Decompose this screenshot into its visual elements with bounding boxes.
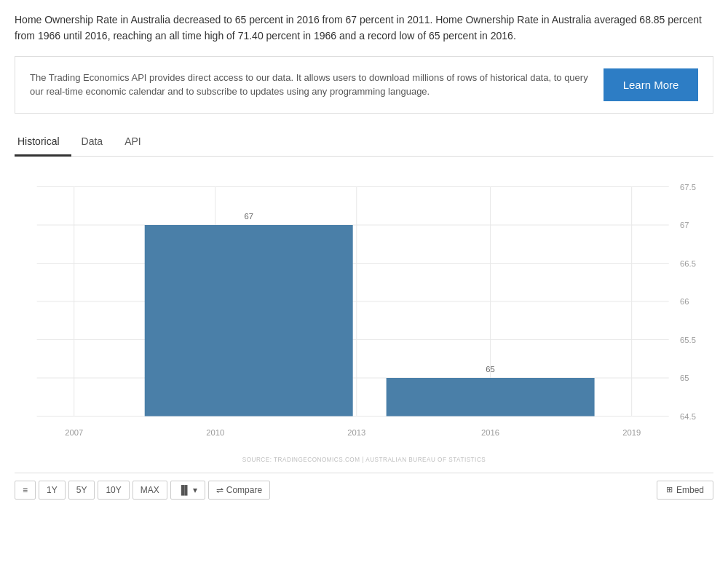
chart-toolbar: ≡ 1Y 5Y 10Y MAX ▐▌ ▾ ⇌ Compare ⊞ Embed [15, 473, 713, 507]
svg-text:64.5: 64.5 [680, 411, 696, 420]
svg-text:66: 66 [680, 297, 689, 306]
chart-type-icon: ▐▌ [178, 485, 191, 495]
btn-1y[interactable]: 1Y [39, 481, 66, 500]
tab-data[interactable]: Data [79, 128, 115, 157]
svg-text:2016: 2016 [481, 427, 499, 436]
svg-text:67.5: 67.5 [680, 182, 696, 191]
compare-icon: ⇌ [216, 485, 223, 495]
compare-label: Compare [226, 485, 262, 495]
embed-button[interactable]: ⊞ Embed [657, 481, 713, 500]
svg-text:2010: 2010 [206, 427, 224, 436]
svg-text:65: 65 [486, 364, 494, 373]
btn-10y[interactable]: 10Y [98, 481, 129, 500]
tabs-container: Historical Data API [15, 128, 713, 157]
svg-text:2013: 2013 [347, 427, 365, 436]
svg-text:2007: 2007 [65, 427, 83, 436]
svg-text:67: 67 [680, 221, 689, 229]
bar-2010 [145, 225, 353, 417]
learn-more-button[interactable]: Learn More [604, 68, 698, 101]
chart-svg: 67 65 67.5 67 66.5 66 65.5 65 64.5 2007 … [15, 164, 713, 470]
btn-max[interactable]: MAX [132, 481, 167, 500]
svg-text:65: 65 [680, 374, 689, 382]
bar-2016 [387, 378, 595, 417]
svg-text:2019: 2019 [622, 427, 641, 436]
tab-api[interactable]: API [122, 128, 153, 157]
api-banner: The Trading Economics API provides direc… [15, 56, 713, 114]
chart-type-button[interactable]: ▐▌ ▾ [170, 481, 205, 500]
menu-button[interactable]: ≡ [15, 481, 36, 500]
svg-text:65.5: 65.5 [680, 335, 696, 344]
description-text: Home Ownership Rate in Australia decreas… [15, 12, 713, 44]
svg-text:SOURCE: TRADINGECONOMICS.COM |: SOURCE: TRADINGECONOMICS.COM | AUSTRALIA… [242, 457, 486, 463]
compare-button[interactable]: ⇌ Compare [208, 481, 270, 500]
api-banner-text: The Trading Economics API provides direc… [30, 71, 589, 99]
embed-label: Embed [676, 485, 704, 495]
chart-area: 67 65 67.5 67 66.5 66 65.5 65 64.5 2007 … [15, 164, 713, 470]
main-container: Home Ownership Rate in Australia decreas… [0, 0, 728, 518]
btn-5y[interactable]: 5Y [68, 481, 95, 500]
chevron-down-icon: ▾ [193, 485, 197, 495]
embed-icon: ⊞ [666, 485, 673, 494]
tab-historical[interactable]: Historical [15, 128, 71, 157]
svg-text:66.5: 66.5 [680, 259, 696, 267]
svg-text:67: 67 [244, 211, 253, 220]
